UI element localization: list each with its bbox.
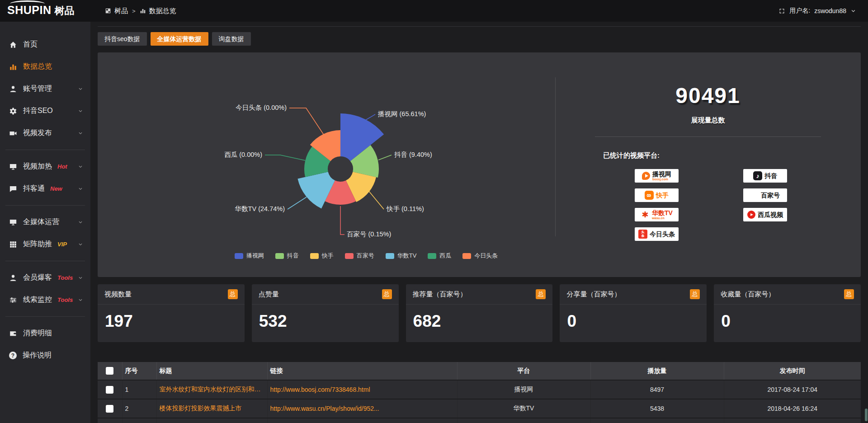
pie-label-line-西瓜 [265, 155, 305, 160]
sidebar-divider [5, 261, 85, 261]
cell-time: 2017-08-24 17:04 [724, 380, 861, 399]
legend-item-今日头条[interactable]: 今日头条 [462, 252, 498, 260]
pie-label-line-百家号 [340, 206, 344, 235]
chevron-down-icon[interactable] [850, 8, 856, 14]
total-badge: 总 [844, 289, 854, 299]
header-divider [98, 26, 861, 27]
cell-plays [590, 418, 724, 423]
sidebar-item-wallet-消费明细[interactable]: 消费明细 [0, 322, 90, 344]
pie-label-抖音: 抖音 (9.40%) [394, 151, 432, 158]
overview-panel: 播视网 (65.61%)抖音 (9.40%)快手 (0.11%)百家号 (0.1… [98, 52, 861, 277]
platform-name: 抖音 [764, 173, 777, 179]
username-value[interactable]: zswodun88 [814, 7, 846, 14]
platform-name: 百家号 [761, 192, 780, 199]
sidebar-item-tag: Tools [57, 296, 73, 303]
total-badge: 总 [690, 289, 700, 299]
tab-全媒体运营数据[interactable]: 全媒体运营数据 [151, 32, 208, 46]
sidebar-item-tag: Hot [57, 163, 67, 170]
legend-item-播视网[interactable]: 播视网 [235, 252, 264, 260]
stat-card-value: 0 [714, 305, 861, 331]
row-checkbox[interactable] [106, 405, 113, 413]
cell-url-link[interactable]: http://www.wasu.cn/Play/show/id/952... [267, 399, 457, 418]
chevron-down-icon [78, 164, 83, 169]
stat-card-title: 视频数量 [104, 290, 132, 299]
platform-badge-西瓜视频: 西瓜视频 [743, 208, 787, 221]
legend-item-华数TV[interactable]: 华数TV [386, 252, 417, 260]
sidebar-divider [5, 316, 85, 317]
legend-item-百家号[interactable]: 百家号 [345, 252, 374, 260]
main-content: 抖音seo数据全媒体运营数据询盘数据 播视网 (65.61%)抖音 (9.40%… [90, 0, 868, 423]
sidebar-item-label: 视频加热 [23, 162, 52, 171]
grid-icon [9, 240, 17, 249]
row-checkbox[interactable] [106, 386, 113, 394]
sidebar-item-video-视频发布[interactable]: 视频发布 [0, 122, 90, 144]
platform-name: 西瓜视频 [758, 212, 783, 218]
sidebar-item-monitor-视频加热[interactable]: 视频加热 Hot [0, 155, 90, 178]
cell-title-link[interactable]: 室外水纹灯和室内水纹灯的区别和简介 [156, 380, 267, 399]
boosj-logo-icon [642, 172, 650, 180]
platform-name-wrap: 西瓜视频 [758, 212, 783, 218]
select-all-checkbox[interactable] [106, 367, 113, 375]
summary-divider [595, 136, 821, 137]
legend-swatch [462, 253, 471, 259]
app-grid-icon [105, 8, 111, 14]
platform-name-wrap: 抖音 [764, 173, 777, 179]
cell-title-link[interactable] [156, 418, 267, 423]
sidebar-item-user-会员爆客[interactable]: 会员爆客 Tools [0, 267, 90, 289]
rose-pie-chart[interactable]: 播视网 (65.61%)抖音 (9.40%)快手 (0.11%)百家号 (0.1… [98, 52, 555, 277]
app-logo[interactable]: SHUPIN 树品 [0, 4, 90, 18]
chat-icon [9, 185, 17, 193]
pie-label-line-播视网 [365, 114, 375, 120]
col-header-标题: 标题 [156, 362, 267, 380]
videos-table-section: 序号标题链接平台播放量发布时间 1 室外水纹灯和室内水纹灯的区别和简介 http… [98, 362, 861, 423]
tab-抖音seo数据[interactable]: 抖音seo数据 [98, 32, 147, 46]
sidebar-item-monitor-全媒体运营[interactable]: 全媒体运营 [0, 211, 90, 233]
table-row [98, 418, 861, 423]
fullscreen-icon[interactable] [778, 8, 785, 14]
sidebar-item-label: 操作说明 [23, 351, 52, 360]
platform-badge-百家号: 百家号 [743, 188, 787, 202]
cell-index: 2 [122, 399, 156, 418]
cell-url-link[interactable]: http://www.boosj.com/7338468.html [267, 380, 457, 399]
legend-swatch [235, 253, 243, 259]
platforms-label: 已统计的视频平台: [603, 151, 861, 160]
sidebar-item-user-账号管理[interactable]: 账号管理 [0, 78, 90, 100]
tab-询盘数据[interactable]: 询盘数据 [212, 32, 251, 46]
platform-badge-今日头条: 今日头条 [635, 227, 679, 241]
pie-label-line-抖音 [378, 155, 392, 160]
monitor-icon [9, 218, 17, 226]
breadcrumb-root[interactable]: 树品 [114, 7, 128, 15]
stat-card-推荐量（百家号）: 推荐量（百家号） 总 682 [406, 284, 553, 342]
sidebar-item-home-首页[interactable]: 首页 [0, 33, 90, 56]
pie-slice-华数TV[interactable] [297, 172, 335, 208]
cell-title-link[interactable]: 楼体投影灯投影效果震撼上市 [156, 399, 267, 418]
platform-name-wrap: 播视网 boosj.com [652, 171, 671, 181]
legend-label: 播视网 [246, 252, 264, 260]
cell-index [122, 418, 156, 423]
legend-item-西瓜[interactable]: 西瓜 [428, 252, 451, 260]
legend-swatch [275, 253, 284, 259]
legend-item-抖音[interactable]: 抖音 [275, 252, 299, 260]
sidebar-item-help-操作说明[interactable]: 操作说明 [0, 344, 90, 367]
platform-name: 快手 [656, 192, 669, 199]
legend-label: 百家号 [357, 252, 374, 260]
page-scrollbar-thumb[interactable] [865, 409, 868, 421]
pie-label-今日头条: 今日头条 (0.00%) [236, 104, 287, 111]
sidebar-item-chat-抖客通[interactable]: 抖客通 New [0, 178, 90, 200]
sidebar-item-label: 消费明细 [23, 329, 52, 338]
col-header-平台: 平台 [457, 362, 590, 380]
cell-url-link[interactable] [267, 418, 457, 423]
cell-platform [457, 418, 590, 423]
sidebar-item-chart-数据总览[interactable]: 数据总览 [0, 56, 90, 78]
platform-domain: boosj.com [652, 178, 671, 181]
baijiahao-logo-icon [750, 191, 759, 199]
home-icon [9, 41, 17, 49]
header-right: 用户名: zswodun88 [778, 7, 868, 15]
breadcrumb-current[interactable]: 数据总览 [149, 7, 176, 15]
chart-icon [9, 63, 17, 71]
sidebar-item-sliders-线索监控[interactable]: 线索监控 Tools [0, 289, 90, 311]
sidebar-item-gear-抖音SEO[interactable]: 抖音SEO [0, 100, 90, 122]
sidebar-item-grid-矩阵助推[interactable]: 矩阵助推 VIP [0, 233, 90, 255]
legend-item-快手[interactable]: 快手 [310, 252, 334, 260]
monitor-icon [9, 163, 17, 171]
